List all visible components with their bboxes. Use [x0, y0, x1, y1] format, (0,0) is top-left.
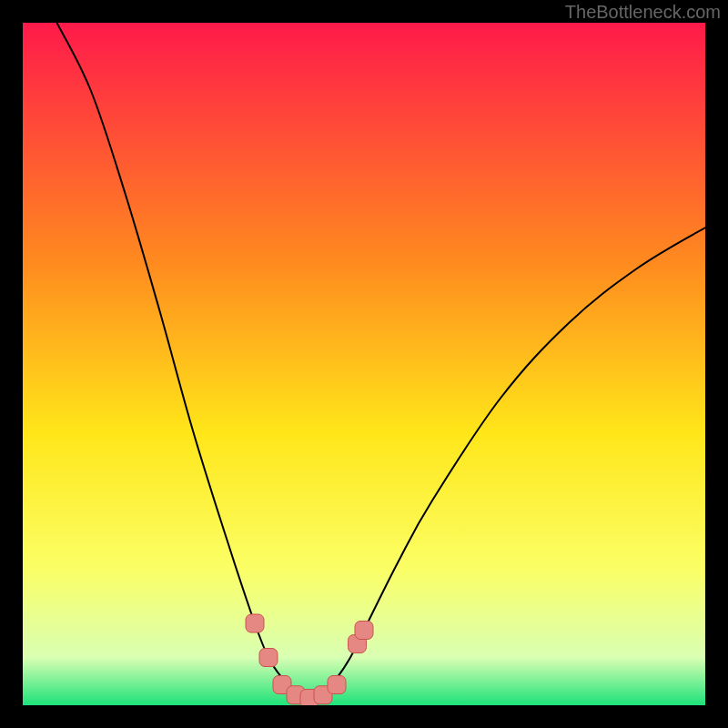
plot-area	[23, 23, 705, 705]
marker-point	[246, 614, 264, 632]
marker-point	[355, 622, 373, 640]
marker-point	[259, 649, 278, 667]
watermark-text: TheBottleneck.com	[565, 2, 721, 23]
chart-container: { "watermark": "TheBottleneck.com", "col…	[0, 0, 728, 728]
gradient-background	[23, 23, 705, 705]
marker-point	[328, 676, 346, 694]
bottleneck-chart	[23, 23, 705, 705]
